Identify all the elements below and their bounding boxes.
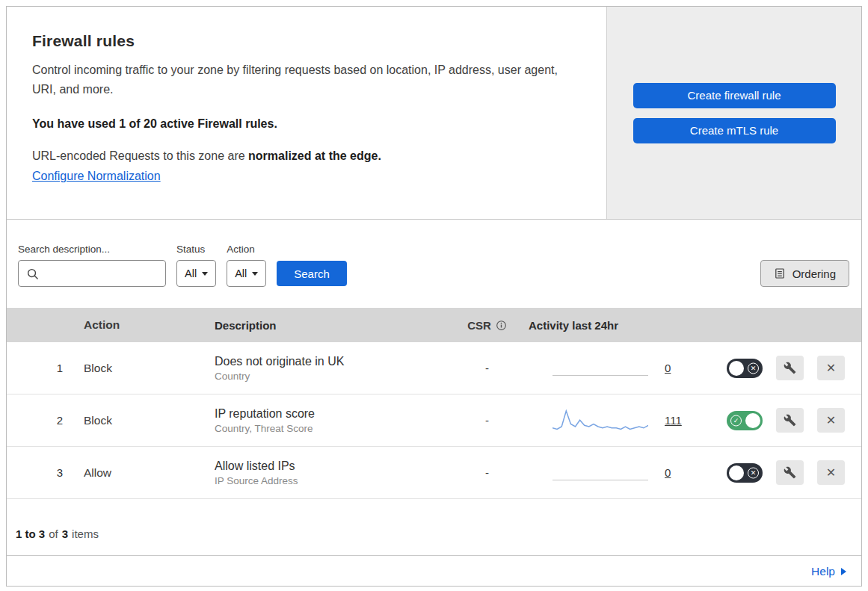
column-header-csr: CSR bbox=[452, 319, 523, 332]
csr-header-label: CSR bbox=[467, 319, 491, 332]
ordering-button[interactable]: Ordering bbox=[760, 260, 849, 287]
delete-rule-button[interactable]: ✕ bbox=[817, 356, 845, 380]
rule-csr-value: - bbox=[452, 362, 523, 374]
rule-priority: 1 bbox=[7, 362, 78, 374]
ordering-icon bbox=[774, 267, 786, 279]
toggle-knob bbox=[729, 465, 744, 480]
x-icon: ✕ bbox=[748, 467, 759, 478]
activity-sparkline bbox=[552, 480, 648, 480]
usage-summary: You have used 1 of 20 active Firewall ru… bbox=[32, 117, 576, 131]
create-mtls-rule-button[interactable]: Create mTLS rule bbox=[633, 118, 836, 143]
status-filter-value: All bbox=[185, 267, 197, 279]
rule-description: IP reputation score bbox=[215, 407, 452, 421]
rule-action: Block bbox=[78, 362, 209, 375]
toggle-knob bbox=[745, 413, 760, 428]
rules-table: Action Description CSR Activity last 24h… bbox=[7, 308, 861, 499]
close-icon: ✕ bbox=[826, 415, 836, 427]
search-box[interactable] bbox=[18, 260, 166, 287]
chevron-down-icon bbox=[252, 272, 258, 276]
chevron-down-icon bbox=[202, 272, 208, 276]
header-section: Firewall rules Control incoming traffic … bbox=[7, 7, 861, 220]
normalization-text: URL-encoded Requests to this zone are bbox=[32, 149, 248, 162]
search-label: Search description... bbox=[18, 244, 166, 255]
activity-sparkline bbox=[552, 408, 648, 433]
rule-description-cell: Allow listed IPs IP Source Address bbox=[209, 460, 452, 486]
activity-count-link[interactable]: 0 bbox=[665, 466, 671, 479]
column-header-activity: Activity last 24hr bbox=[523, 319, 683, 332]
action-label: Action bbox=[227, 244, 266, 255]
rule-fields: IP Source Address bbox=[215, 475, 452, 486]
activity-count-link[interactable]: 111 bbox=[665, 414, 682, 427]
rule-description: Does not originate in UK bbox=[215, 355, 452, 368]
delete-rule-button[interactable]: ✕ bbox=[817, 460, 845, 485]
filter-controls: Search description... Status All Action … bbox=[18, 244, 347, 287]
header-actions-panel: Create firewall rule Create mTLS rule bbox=[606, 7, 861, 219]
status-filter-group: Status All bbox=[176, 244, 216, 287]
rule-csr-value: - bbox=[452, 414, 523, 427]
configure-normalization-link[interactable]: Configure Normalization bbox=[32, 170, 161, 183]
wrench-icon bbox=[784, 466, 796, 479]
help-link[interactable]: Help bbox=[811, 565, 835, 578]
search-filter-group: Search description... bbox=[18, 244, 166, 287]
pagination-summary: 1 to 3 of 3 items bbox=[7, 499, 861, 555]
rule-enabled-toggle[interactable]: ✓ ✕ bbox=[727, 411, 763, 430]
create-firewall-rule-button[interactable]: Create firewall rule bbox=[633, 83, 836, 108]
status-filter-dropdown[interactable]: All bbox=[176, 260, 216, 287]
wrench-icon bbox=[784, 362, 796, 374]
rule-action: Block bbox=[78, 414, 209, 427]
page-description: Control incoming traffic to your zone by… bbox=[32, 61, 576, 99]
column-header-action: Action bbox=[78, 318, 209, 332]
table-row: 3 Allow Allow listed IPs IP Source Addre… bbox=[7, 447, 861, 499]
page-title: Firewall rules bbox=[32, 32, 576, 50]
column-header-description: Description bbox=[209, 319, 452, 332]
close-icon: ✕ bbox=[826, 467, 836, 479]
items-range: 1 to 3 bbox=[16, 527, 45, 540]
filter-bar: Search description... Status All Action … bbox=[7, 220, 861, 308]
table-row: 2 Block IP reputation score Country, Thr… bbox=[7, 394, 861, 447]
action-filter-dropdown[interactable]: All bbox=[227, 260, 266, 287]
normalization-note: URL-encoded Requests to this zone are no… bbox=[32, 149, 576, 163]
rule-activity-cell: 0 bbox=[523, 465, 683, 480]
rule-controls: ✓ ✕ ✕ bbox=[683, 408, 861, 433]
rule-description: Allow listed IPs bbox=[215, 460, 452, 473]
ordering-label: Ordering bbox=[792, 267, 836, 280]
rule-priority: 2 bbox=[7, 414, 78, 427]
rule-controls: ✓ ✕ ✕ bbox=[683, 356, 861, 380]
close-icon: ✕ bbox=[826, 362, 836, 374]
items-label: items bbox=[72, 527, 99, 540]
info-icon[interactable] bbox=[496, 320, 507, 331]
items-total: 3 bbox=[62, 527, 68, 540]
header-text-area: Firewall rules Control incoming traffic … bbox=[7, 7, 606, 219]
firewall-rules-card: Firewall rules Control incoming traffic … bbox=[6, 6, 862, 587]
rule-fields: Country, Threat Score bbox=[215, 423, 452, 434]
edit-rule-button[interactable] bbox=[776, 408, 804, 433]
rule-action: Allow bbox=[78, 466, 209, 480]
search-button[interactable]: Search bbox=[277, 261, 347, 286]
rule-enabled-toggle[interactable]: ✓ ✕ bbox=[727, 463, 763, 483]
table-row: 1 Block Does not originate in UK Country… bbox=[7, 342, 861, 394]
rule-activity-cell: 0 bbox=[523, 361, 683, 376]
edit-rule-button[interactable] bbox=[776, 460, 804, 485]
rule-csr-value: - bbox=[452, 466, 523, 479]
action-filter-group: Action All bbox=[227, 244, 266, 287]
action-filter-value: All bbox=[235, 267, 247, 279]
edit-rule-button[interactable] bbox=[776, 356, 804, 380]
search-description-input[interactable] bbox=[43, 267, 158, 279]
activity-sparkline bbox=[552, 375, 648, 376]
normalization-bold-text: normalized at the edge. bbox=[248, 149, 381, 162]
check-icon: ✓ bbox=[730, 415, 742, 426]
rule-controls: ✓ ✕ ✕ bbox=[683, 460, 861, 485]
activity-count-link[interactable]: 0 bbox=[665, 362, 671, 374]
triangle-right-icon bbox=[841, 568, 846, 575]
status-label: Status bbox=[176, 244, 216, 255]
rule-enabled-toggle[interactable]: ✓ ✕ bbox=[727, 359, 763, 378]
help-bar: Help bbox=[7, 555, 861, 587]
rule-priority: 3 bbox=[7, 466, 78, 479]
delete-rule-button[interactable]: ✕ bbox=[817, 408, 845, 433]
wrench-icon bbox=[784, 414, 796, 427]
search-icon bbox=[26, 267, 39, 280]
table-header-row: Action Description CSR Activity last 24h… bbox=[7, 308, 861, 342]
rule-activity-cell: 111 bbox=[523, 408, 683, 433]
rule-fields: Country bbox=[215, 371, 452, 382]
toggle-knob bbox=[729, 361, 744, 376]
